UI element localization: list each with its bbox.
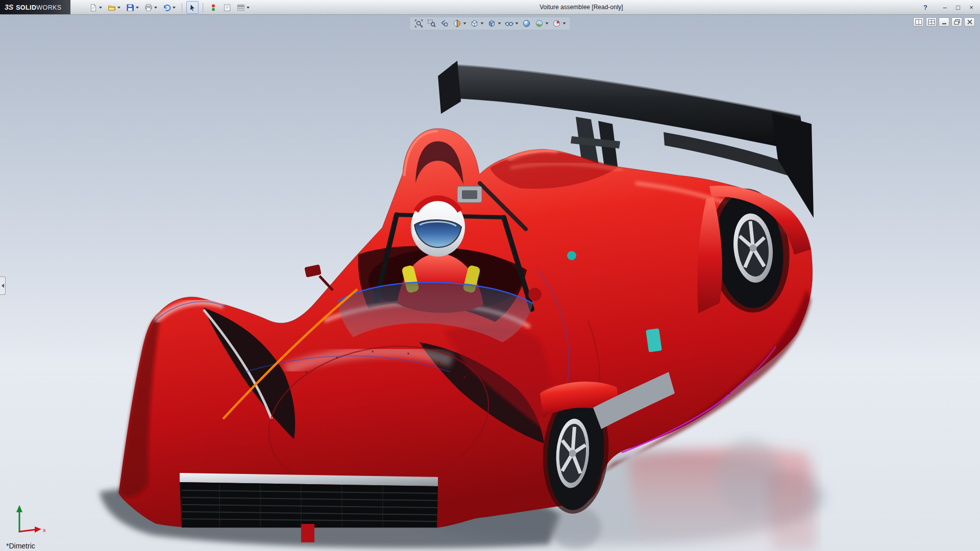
design-table-button[interactable] <box>235 1 252 14</box>
brand-mark: 3S <box>5 3 13 11</box>
view-orientation-icon <box>470 19 479 28</box>
close-document-button[interactable] <box>964 17 975 27</box>
dropdown-caret-icon[interactable] <box>546 22 549 24</box>
document-window-controls <box>913 17 975 27</box>
titlebar: 3S SOLIDWORKS Voiture assemblee [Read-on… <box>0 0 980 15</box>
section-view-button[interactable] <box>452 18 467 29</box>
undo-button[interactable] <box>161 1 178 14</box>
display-style-icon <box>487 19 497 28</box>
hide-show-items-button[interactable] <box>504 18 519 29</box>
appearance-colors-button[interactable] <box>207 1 219 14</box>
new-document-button[interactable] <box>87 1 104 14</box>
print-button[interactable] <box>142 1 159 14</box>
solidworks-application: { "titlebar": { "logo_mark": "3S", "logo… <box>0 0 980 551</box>
edit-appearance-button[interactable] <box>522 18 532 29</box>
print-icon <box>144 4 153 12</box>
zoom-to-area-button[interactable] <box>427 18 437 29</box>
save-icon <box>126 4 134 12</box>
triad-x-label: x <box>43 527 46 533</box>
dropdown-caret-icon[interactable] <box>463 22 467 24</box>
toolbar-separator <box>182 3 182 12</box>
collapse-arrow-icon <box>2 284 4 288</box>
zoom-fit-icon <box>414 19 424 28</box>
section-view-icon <box>453 19 462 28</box>
view-settings-icon <box>552 19 561 28</box>
new-sheet-button[interactable] <box>221 1 233 14</box>
3d-model-render <box>0 15 980 551</box>
dropdown-caret-icon[interactable] <box>173 7 176 9</box>
solidworks-logo: 3S SOLIDWORKS <box>0 0 70 14</box>
previous-view-icon <box>440 19 449 28</box>
dropdown-caret-icon[interactable] <box>516 22 519 24</box>
open-folder-icon <box>108 4 116 12</box>
window-title: Voiture assemblee [Read-only] <box>540 0 623 15</box>
minimize-window-button[interactable]: – <box>940 3 949 12</box>
apply-scene-icon <box>535 19 544 28</box>
view-orientation-button[interactable] <box>470 18 484 29</box>
grid-icon <box>237 4 245 12</box>
headsup-view-toolbar <box>410 17 570 30</box>
dropdown-caret-icon[interactable] <box>117 7 120 9</box>
featuremanager-collapsed-tab[interactable] <box>0 277 6 295</box>
dropdown-caret-icon[interactable] <box>99 7 102 9</box>
dropdown-caret-icon[interactable] <box>498 22 501 24</box>
view-orientation-label: *Dimetric <box>6 542 35 550</box>
open-button[interactable] <box>106 1 122 14</box>
save-button[interactable] <box>124 1 141 14</box>
zoom-to-fit-button[interactable] <box>414 18 424 29</box>
color-toggle-icon <box>209 4 217 12</box>
edit-appearance-icon <box>522 19 531 28</box>
zoom-area-icon <box>427 19 436 28</box>
hide-show-icon <box>505 19 514 28</box>
dropdown-caret-icon[interactable] <box>481 22 484 24</box>
new-document-icon <box>89 4 97 12</box>
viewport-layout-button[interactable] <box>926 17 937 27</box>
dropdown-caret-icon[interactable] <box>563 22 566 24</box>
select-button[interactable] <box>186 1 199 14</box>
previous-view-button[interactable] <box>439 18 450 29</box>
select-arrow-icon <box>188 4 197 12</box>
close-window-button[interactable]: × <box>967 3 976 12</box>
view-settings-button[interactable] <box>552 18 567 29</box>
apply-scene-button[interactable] <box>534 18 549 29</box>
minimize-document-button[interactable] <box>939 17 949 27</box>
display-style-button[interactable] <box>487 18 502 29</box>
split-view-button[interactable] <box>913 17 924 27</box>
window-controls: ?–□× <box>921 0 976 15</box>
restore-document-button[interactable] <box>951 17 962 27</box>
help-button[interactable]: ? <box>921 3 930 12</box>
main-toolbar <box>87 1 252 14</box>
maximize-window-button[interactable]: □ <box>953 3 963 12</box>
graphics-viewport[interactable]: x *Dimetric <box>0 15 980 551</box>
dropdown-caret-icon[interactable] <box>154 7 157 9</box>
undo-icon <box>163 4 171 12</box>
sheet-icon <box>223 4 231 12</box>
dropdown-caret-icon[interactable] <box>136 7 139 9</box>
orientation-triad: x <box>12 502 50 536</box>
dropdown-caret-icon[interactable] <box>247 7 250 9</box>
brand-text: SOLIDWORKS <box>16 3 61 12</box>
toolbar-separator <box>203 3 203 12</box>
